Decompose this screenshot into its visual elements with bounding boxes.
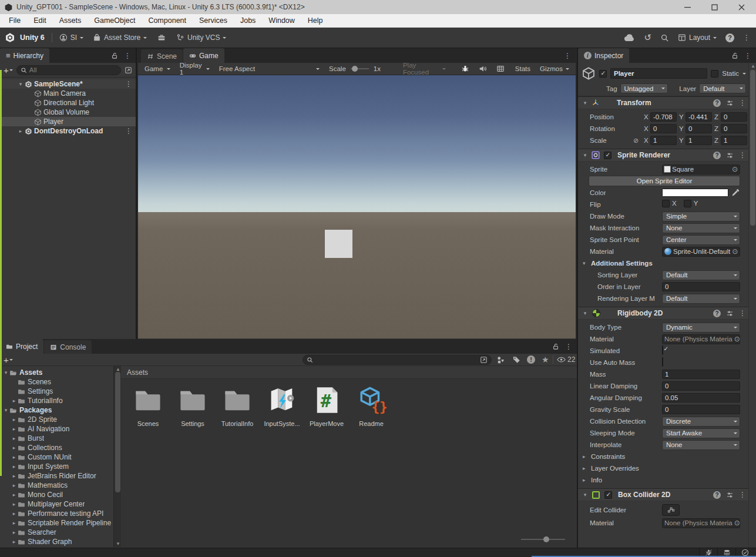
thumbnail-zoom-slider[interactable] (521, 539, 565, 540)
toolbar-kebab-icon[interactable] (743, 34, 750, 41)
scale-z-field[interactable]: 1 (721, 136, 747, 145)
scrollbar-thumb[interactable] (115, 372, 120, 492)
scale-y-field[interactable]: 1 (686, 136, 712, 145)
draw-mode-dropdown[interactable]: Simple (662, 212, 740, 222)
layer-dropdown[interactable]: Default (699, 83, 746, 93)
project-folder-jetbrains-rider-editor[interactable]: ▸JetBrains Rider Editor (0, 471, 113, 481)
foldout-closed-icon[interactable]: ▸ (11, 492, 18, 498)
menu-item-file[interactable]: File (2, 14, 27, 27)
hierarchy-kebab-icon[interactable] (124, 52, 131, 59)
menu-item-jobs[interactable]: Jobs (234, 14, 262, 27)
asset-item-inputsyste[interactable]: InputSyste... (260, 385, 304, 427)
foldout-info[interactable]: ▸Info (578, 474, 750, 486)
component-header-rigidbody-2d[interactable]: ▾Rigidbody 2D? (578, 307, 750, 320)
aspect-dropdown[interactable]: Free Aspect (217, 64, 322, 74)
angular-damping-field[interactable]: 0.05 (662, 393, 740, 402)
hierarchy-item-directional-light[interactable]: Directional Light (0, 98, 136, 108)
rotation-y-field[interactable]: 0 (686, 124, 712, 133)
presets-icon[interactable] (726, 310, 734, 317)
history-icon[interactable]: ↺ (644, 32, 651, 43)
inspector-kebab-icon[interactable] (744, 52, 751, 59)
project-folder-multiplayer-center[interactable]: ▸Multiplayer Center (0, 499, 113, 509)
material-object-field[interactable]: None (Physics Materia (662, 334, 740, 344)
use-auto-mass-checkbox[interactable] (662, 357, 663, 367)
hierarchy-search-input[interactable]: All (16, 65, 121, 75)
scrollbar-thumb[interactable] (750, 70, 755, 226)
close-button[interactable] (728, 0, 755, 14)
filter-by-type-icon[interactable] (496, 355, 505, 364)
object-picker-icon[interactable] (732, 166, 738, 173)
foldout-closed-icon[interactable]: ▸ (11, 417, 18, 422)
sprite-sort-point-dropdown[interactable]: Center (662, 235, 740, 245)
asset-item-playermove[interactable]: #PlayerMove (304, 385, 349, 427)
foldout-open-icon[interactable]: ▾ (2, 370, 9, 375)
scroll-up-icon[interactable]: ▲ (116, 367, 120, 371)
rendering-layer-m-dropdown[interactable]: Default (662, 294, 740, 304)
project-folder-mathematics[interactable]: ▸Mathematics (0, 481, 113, 490)
object-picker-icon[interactable] (734, 335, 740, 343)
foldout-closed-icon[interactable]: ▸ (11, 454, 18, 460)
minimize-button[interactable] (674, 0, 701, 14)
position-z-field[interactable]: 0 (721, 112, 747, 122)
scroll-down-icon[interactable]: ▼ (116, 542, 120, 546)
object-picker-icon[interactable] (734, 519, 740, 526)
component-help-icon[interactable]: ? (713, 152, 721, 159)
maximize-button[interactable] (701, 0, 728, 14)
warning-filter-icon[interactable]: ! (527, 355, 535, 364)
mute-audio-icon[interactable] (479, 65, 487, 73)
gravity-scale-field[interactable]: 0 (662, 405, 740, 414)
play-focused-dropdown[interactable]: Play Focused (401, 64, 448, 74)
foldout-open-icon[interactable]: ▾ (582, 492, 589, 498)
metrics-grid-icon[interactable] (496, 65, 505, 73)
hierarchy-item-dontdestroyonload[interactable]: ▸DontDestroyOnLoad (0, 126, 136, 136)
hierarchy-item-player[interactable]: Player (0, 117, 136, 126)
simulated-checkbox[interactable] (662, 345, 663, 355)
material-object-field[interactable]: Sprite-Unlit-Default (662, 247, 740, 257)
sorting-layer-dropdown[interactable]: Default (662, 270, 740, 280)
foldout-open-icon[interactable]: ▾ (582, 100, 589, 106)
unlink-scale-icon[interactable]: ⊘ (633, 137, 644, 145)
presets-icon[interactable] (726, 99, 734, 107)
asset-item-settings[interactable]: Settings (170, 385, 215, 427)
display-dropdown[interactable]: Display 1 (177, 64, 212, 74)
asset-store-menu[interactable]: Asset Store (93, 33, 147, 42)
foldout-closed-icon[interactable]: ▸ (11, 398, 18, 404)
lock-icon[interactable] (731, 52, 738, 59)
project-search-input[interactable] (303, 355, 492, 365)
debug-bug-icon[interactable] (461, 65, 469, 73)
lock-icon[interactable] (111, 52, 118, 59)
project-tree-scrollbar[interactable]: ▲ ▼ (113, 366, 121, 547)
component-header-box-collider-2d[interactable]: ▾Box Collider 2D? (578, 488, 750, 501)
gizmos-dropdown[interactable]: Gizmos (537, 64, 572, 74)
rotation-z-field[interactable]: 0 (721, 124, 747, 133)
menu-item-component[interactable]: Component (142, 14, 193, 27)
order-in-layer-field[interactable]: 0 (662, 282, 740, 291)
project-folder-scenes[interactable]: Scenes (0, 377, 113, 387)
foldout-closed-icon[interactable]: ▸ (11, 473, 18, 479)
project-kebab-icon[interactable] (565, 343, 572, 350)
color-swatch[interactable] (662, 189, 728, 197)
component-kebab-icon[interactable] (739, 491, 746, 498)
search-icon[interactable] (660, 33, 669, 42)
presets-icon[interactable] (726, 152, 734, 159)
menu-item-help[interactable]: Help (301, 14, 330, 27)
tab-scene[interactable]: Scene (141, 49, 183, 63)
layout-menu[interactable]: Layout (678, 33, 717, 42)
mask-interaction-dropdown[interactable]: None (662, 223, 740, 233)
account-menu[interactable]: SI (59, 33, 83, 42)
sleeping-mode-dropdown[interactable]: Start Awake (662, 428, 740, 438)
foldout-layer-overrides[interactable]: ▸Layer Overrides (578, 462, 750, 474)
object-picker-icon[interactable] (732, 248, 738, 255)
flip-y-checkbox[interactable] (684, 200, 691, 207)
game-panel-kebab-icon[interactable] (564, 52, 571, 59)
gameobject-cube-icon[interactable] (582, 66, 596, 80)
linear-damping-field[interactable]: 0 (662, 381, 740, 391)
toolbox-button[interactable] (157, 33, 166, 42)
menu-item-gameobject[interactable]: GameObject (88, 14, 142, 27)
foldout-closed-icon[interactable]: ▸ (16, 128, 25, 134)
project-folder-performance-testing-api[interactable]: ▸Performance testing API (0, 509, 113, 518)
menu-item-assets[interactable]: Assets (53, 14, 88, 27)
project-folder-ai-navigation[interactable]: ▸AI Navigation (0, 424, 113, 434)
tab-console[interactable]: Console (44, 340, 92, 354)
game-mode-dropdown[interactable]: Game (142, 64, 173, 74)
